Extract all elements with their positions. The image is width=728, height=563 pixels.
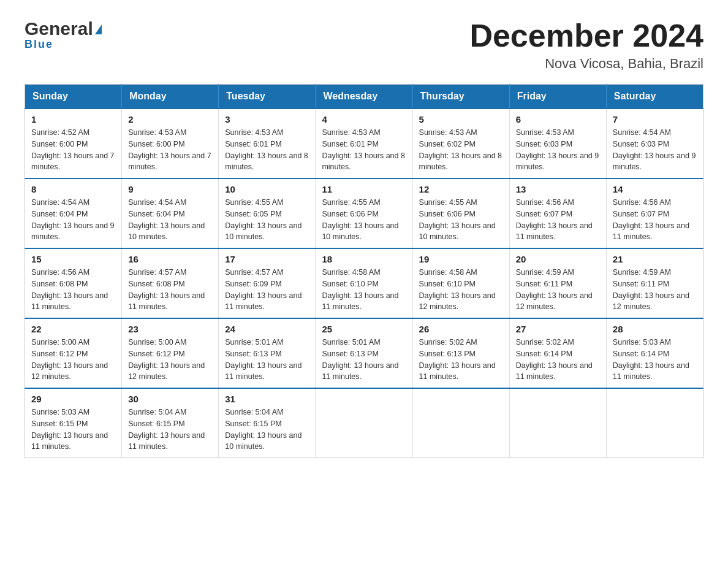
day-info: Sunrise: 5:00 AM Sunset: 6:12 PM Dayligh… — [128, 337, 212, 383]
day-number: 20 — [516, 254, 600, 264]
day-info: Sunrise: 4:58 AM Sunset: 6:10 PM Dayligh… — [419, 267, 503, 313]
day-number: 15 — [31, 254, 115, 264]
day-info: Sunrise: 4:53 AM Sunset: 6:03 PM Dayligh… — [516, 127, 600, 173]
day-number: 4 — [322, 114, 406, 124]
day-number: 8 — [31, 184, 115, 194]
calendar-cell: 25 Sunrise: 5:01 AM Sunset: 6:13 PM Dayl… — [316, 318, 412, 388]
day-info: Sunrise: 4:54 AM Sunset: 6:04 PM Dayligh… — [128, 197, 212, 243]
logo-blue: Blue — [25, 38, 53, 51]
day-number: 11 — [322, 184, 406, 194]
day-info: Sunrise: 4:56 AM Sunset: 6:07 PM Dayligh… — [613, 197, 697, 243]
calendar-cell: 9 Sunrise: 4:54 AM Sunset: 6:04 PM Dayli… — [122, 178, 219, 248]
day-info: Sunrise: 4:53 AM Sunset: 6:01 PM Dayligh… — [225, 127, 309, 173]
day-info: Sunrise: 4:52 AM Sunset: 6:00 PM Dayligh… — [31, 127, 115, 173]
day-number: 27 — [516, 324, 600, 334]
calendar-cell: 15 Sunrise: 4:56 AM Sunset: 6:08 PM Dayl… — [25, 248, 122, 318]
calendar-cell: 10 Sunrise: 4:55 AM Sunset: 6:05 PM Dayl… — [219, 178, 316, 248]
day-info: Sunrise: 4:53 AM Sunset: 6:01 PM Dayligh… — [322, 127, 406, 173]
calendar-cell: 19 Sunrise: 4:58 AM Sunset: 6:10 PM Dayl… — [412, 248, 509, 318]
logo-triangle-icon — [95, 25, 102, 34]
header-row: SundayMondayTuesdayWednesdayThursdayFrid… — [25, 85, 703, 109]
calendar-cell: 13 Sunrise: 4:56 AM Sunset: 6:07 PM Dayl… — [509, 178, 606, 248]
calendar-cell: 18 Sunrise: 4:58 AM Sunset: 6:10 PM Dayl… — [316, 248, 412, 318]
day-info: Sunrise: 5:02 AM Sunset: 6:13 PM Dayligh… — [419, 337, 503, 383]
calendar-cell: 28 Sunrise: 5:03 AM Sunset: 6:14 PM Dayl… — [606, 318, 703, 388]
calendar-cell: 30 Sunrise: 5:04 AM Sunset: 6:15 PM Dayl… — [122, 388, 219, 458]
day-info: Sunrise: 4:53 AM Sunset: 6:00 PM Dayligh… — [128, 127, 212, 173]
calendar-cell: 7 Sunrise: 4:54 AM Sunset: 6:03 PM Dayli… — [606, 109, 703, 178]
day-info: Sunrise: 4:55 AM Sunset: 6:06 PM Dayligh… — [322, 197, 406, 243]
day-number: 30 — [128, 394, 212, 404]
day-info: Sunrise: 5:00 AM Sunset: 6:12 PM Dayligh… — [31, 337, 115, 383]
day-number: 13 — [516, 184, 600, 194]
calendar-cell — [316, 388, 412, 458]
day-info: Sunrise: 4:56 AM Sunset: 6:07 PM Dayligh… — [516, 197, 600, 243]
calendar-week-4: 22 Sunrise: 5:00 AM Sunset: 6:12 PM Dayl… — [25, 318, 703, 388]
calendar-week-1: 1 Sunrise: 4:52 AM Sunset: 6:00 PM Dayli… — [25, 109, 703, 178]
calendar-cell: 3 Sunrise: 4:53 AM Sunset: 6:01 PM Dayli… — [219, 109, 316, 178]
day-info: Sunrise: 4:57 AM Sunset: 6:09 PM Dayligh… — [225, 267, 309, 313]
calendar-cell: 2 Sunrise: 4:53 AM Sunset: 6:00 PM Dayli… — [122, 109, 219, 178]
day-info: Sunrise: 5:03 AM Sunset: 6:14 PM Dayligh… — [613, 337, 697, 383]
logo: General Blue — [25, 18, 102, 51]
day-number: 22 — [31, 324, 115, 334]
calendar-title: December 2024 — [469, 18, 703, 53]
calendar-week-2: 8 Sunrise: 4:54 AM Sunset: 6:04 PM Dayli… — [25, 178, 703, 248]
calendar-cell: 22 Sunrise: 5:00 AM Sunset: 6:12 PM Dayl… — [25, 318, 122, 388]
header-day-friday: Friday — [509, 85, 606, 109]
day-number: 18 — [322, 254, 406, 264]
day-number: 25 — [322, 324, 406, 334]
calendar-week-5: 29 Sunrise: 5:03 AM Sunset: 6:15 PM Dayl… — [25, 388, 703, 458]
day-info: Sunrise: 4:54 AM Sunset: 6:04 PM Dayligh… — [31, 197, 115, 243]
calendar-subtitle: Nova Vicosa, Bahia, Brazil — [469, 56, 703, 72]
day-number: 3 — [225, 114, 309, 124]
day-info: Sunrise: 4:55 AM Sunset: 6:06 PM Dayligh… — [419, 197, 503, 243]
calendar-cell: 17 Sunrise: 4:57 AM Sunset: 6:09 PM Dayl… — [219, 248, 316, 318]
day-info: Sunrise: 4:59 AM Sunset: 6:11 PM Dayligh… — [516, 267, 600, 313]
calendar-cell: 24 Sunrise: 5:01 AM Sunset: 6:13 PM Dayl… — [219, 318, 316, 388]
calendar-cell: 5 Sunrise: 4:53 AM Sunset: 6:02 PM Dayli… — [412, 109, 509, 178]
day-info: Sunrise: 5:03 AM Sunset: 6:15 PM Dayligh… — [31, 407, 115, 453]
day-info: Sunrise: 5:02 AM Sunset: 6:14 PM Dayligh… — [516, 337, 600, 383]
calendar-header: SundayMondayTuesdayWednesdayThursdayFrid… — [25, 85, 703, 109]
day-info: Sunrise: 5:01 AM Sunset: 6:13 PM Dayligh… — [322, 337, 406, 383]
header-day-monday: Monday — [122, 85, 219, 109]
calendar-cell: 20 Sunrise: 4:59 AM Sunset: 6:11 PM Dayl… — [509, 248, 606, 318]
day-info: Sunrise: 5:04 AM Sunset: 6:15 PM Dayligh… — [225, 407, 309, 453]
day-number: 1 — [31, 114, 115, 124]
calendar-cell: 31 Sunrise: 5:04 AM Sunset: 6:15 PM Dayl… — [219, 388, 316, 458]
day-info: Sunrise: 5:04 AM Sunset: 6:15 PM Dayligh… — [128, 407, 212, 453]
calendar-cell: 11 Sunrise: 4:55 AM Sunset: 6:06 PM Dayl… — [316, 178, 412, 248]
day-number: 17 — [225, 254, 309, 264]
day-info: Sunrise: 4:55 AM Sunset: 6:05 PM Dayligh… — [225, 197, 309, 243]
calendar-cell — [509, 388, 606, 458]
day-number: 16 — [128, 254, 212, 264]
calendar-cell: 6 Sunrise: 4:53 AM Sunset: 6:03 PM Dayli… — [509, 109, 606, 178]
calendar-cell — [606, 388, 703, 458]
day-number: 31 — [225, 394, 309, 404]
day-number: 23 — [128, 324, 212, 334]
day-info: Sunrise: 4:57 AM Sunset: 6:08 PM Dayligh… — [128, 267, 212, 313]
day-number: 6 — [516, 114, 600, 124]
calendar-cell: 12 Sunrise: 4:55 AM Sunset: 6:06 PM Dayl… — [412, 178, 509, 248]
day-info: Sunrise: 4:59 AM Sunset: 6:11 PM Dayligh… — [613, 267, 697, 313]
calendar-cell: 26 Sunrise: 5:02 AM Sunset: 6:13 PM Dayl… — [412, 318, 509, 388]
day-number: 12 — [419, 184, 503, 194]
day-number: 19 — [419, 254, 503, 264]
header-day-thursday: Thursday — [412, 85, 509, 109]
day-number: 29 — [31, 394, 115, 404]
calendar-table: SundayMondayTuesdayWednesdayThursdayFrid… — [25, 84, 703, 458]
day-info: Sunrise: 4:53 AM Sunset: 6:02 PM Dayligh… — [419, 127, 503, 173]
logo-general: General — [25, 18, 93, 39]
calendar-cell: 14 Sunrise: 4:56 AM Sunset: 6:07 PM Dayl… — [606, 178, 703, 248]
calendar-cell: 29 Sunrise: 5:03 AM Sunset: 6:15 PM Dayl… — [25, 388, 122, 458]
day-number: 24 — [225, 324, 309, 334]
calendar-cell: 8 Sunrise: 4:54 AM Sunset: 6:04 PM Dayli… — [25, 178, 122, 248]
calendar-body: 1 Sunrise: 4:52 AM Sunset: 6:00 PM Dayli… — [25, 109, 703, 458]
title-block: December 2024 Nova Vicosa, Bahia, Brazil — [469, 18, 703, 72]
day-info: Sunrise: 4:56 AM Sunset: 6:08 PM Dayligh… — [31, 267, 115, 313]
calendar-cell — [412, 388, 509, 458]
page-header: General Blue December 2024 Nova Vicosa, … — [25, 18, 703, 72]
calendar-week-3: 15 Sunrise: 4:56 AM Sunset: 6:08 PM Dayl… — [25, 248, 703, 318]
day-number: 5 — [419, 114, 503, 124]
